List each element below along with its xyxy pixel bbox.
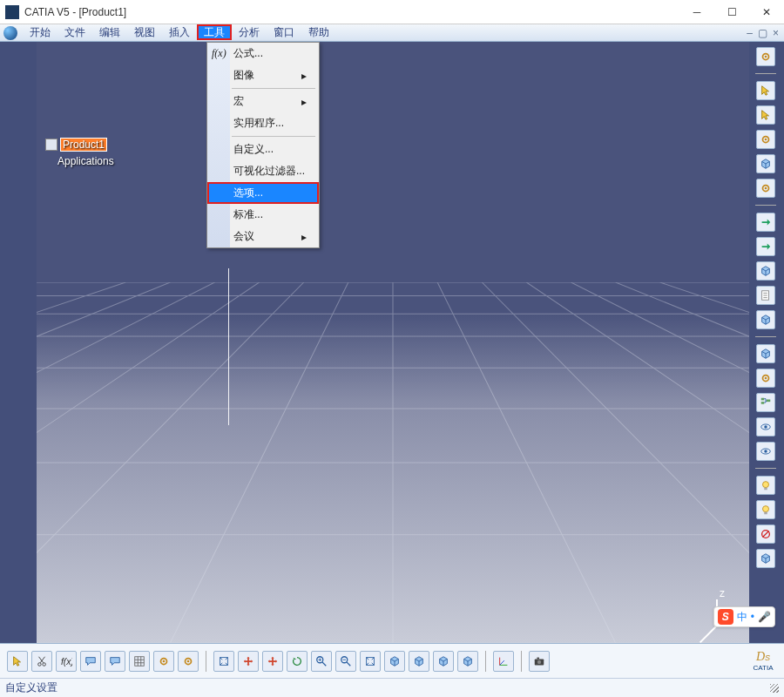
axis-z-label: z <box>720 587 725 599</box>
menu-item-可视化过滤器[interactable]: 可视化过滤器... <box>207 160 319 182</box>
bottom-camera-button[interactable] <box>529 651 550 672</box>
svg-line-98 <box>500 660 504 665</box>
ime-dot-icon: • <box>751 611 754 623</box>
bottom-toolbar: f(x)DSCATIA <box>0 643 784 678</box>
menu-开始[interactable]: 开始 <box>23 24 57 40</box>
bottom-fit-button[interactable] <box>213 651 234 672</box>
bottom-grid-button[interactable] <box>129 651 150 672</box>
bottom-cube-button[interactable] <box>384 651 405 672</box>
tree-child-row[interactable]: Applications <box>57 155 114 167</box>
menu-帮助[interactable]: 帮助 <box>301 24 336 40</box>
ime-logo-icon: S <box>718 609 733 625</box>
bottom-zoomout-button[interactable] <box>335 651 356 672</box>
right-toolbar-gear-3[interactable] <box>756 130 775 149</box>
svg-rect-101 <box>537 657 539 659</box>
axis-indicator[interactable]: z <box>720 587 725 599</box>
bottom-cube-button[interactable] <box>409 651 429 672</box>
right-toolbar-cube-19[interactable] <box>756 549 775 568</box>
bottom-fx-button[interactable]: f(x) <box>56 651 77 672</box>
bottom-chat-button[interactable] <box>80 651 101 672</box>
menu-工具[interactable]: 工具 <box>197 24 232 40</box>
menu-bar: 开始文件编辑视图插入工具分析窗口帮助 – ▢ × <box>0 24 784 42</box>
svg-rect-68 <box>764 488 767 491</box>
right-toolbar-eye-15[interactable] <box>756 442 775 461</box>
mdi-minimize-button[interactable]: – <box>747 27 753 39</box>
menu-文件[interactable]: 文件 <box>57 24 92 40</box>
bottom-cut-button[interactable] <box>31 651 52 672</box>
maximize-button[interactable]: ☐ <box>714 0 749 24</box>
mdi-restore-button[interactable]: ▢ <box>758 27 767 39</box>
ime-mic-icon[interactable]: 🎤 <box>758 611 771 623</box>
svg-rect-62 <box>767 400 770 403</box>
spec-tree[interactable]: Product1 Applications <box>45 138 114 171</box>
svg-rect-70 <box>764 512 767 515</box>
right-toolbar-tree-13[interactable] <box>756 393 775 412</box>
svg-point-100 <box>537 660 541 663</box>
right-toolbar-cursor-2[interactable] <box>756 105 775 125</box>
svg-line-72 <box>763 531 769 538</box>
bottom-chat-button[interactable] <box>105 651 125 672</box>
window-title: CATIA V5 - [Product1] <box>24 6 679 18</box>
bottom-gear-button[interactable] <box>153 651 174 672</box>
right-toolbar-cube-11[interactable] <box>756 344 775 363</box>
tree-root-label[interactable]: Product1 <box>60 138 107 152</box>
svg-point-86 <box>187 660 190 662</box>
right-toolbar-gear-12[interactable] <box>756 369 775 388</box>
viewport-3d[interactable]: Product1 Applications z <box>37 42 749 643</box>
ime-badge[interactable]: S 中 • 🎤 <box>713 606 775 627</box>
close-button[interactable]: ✕ <box>749 0 784 24</box>
right-toolbar-cube-4[interactable] <box>756 154 775 173</box>
catia-logo: DSCATIA <box>749 651 777 672</box>
bottom-pan-button[interactable] <box>262 651 283 672</box>
menu-separator <box>232 136 315 137</box>
right-toolbar-eye-14[interactable] <box>756 417 775 436</box>
menu-视图[interactable]: 视图 <box>127 24 162 40</box>
bottom-zoomin-button[interactable] <box>311 651 332 672</box>
bottom-rotate-button[interactable] <box>287 651 308 672</box>
right-toolbar-gear-5[interactable] <box>756 179 775 198</box>
bottom-gear-button[interactable] <box>178 651 199 672</box>
menu-item-选项[interactable]: 选项... <box>207 182 319 204</box>
app-icon <box>5 5 19 19</box>
bottom-pan-button[interactable] <box>238 651 259 672</box>
bottom-cube-button[interactable] <box>457 651 478 672</box>
resize-grip-icon[interactable] <box>770 684 779 693</box>
right-toolbar-bulb-16[interactable] <box>756 476 775 495</box>
menu-item-标准[interactable]: 标准... <box>207 204 319 226</box>
menu-item-会议[interactable]: 会议▸ <box>207 226 319 247</box>
right-toolbar-cursor-1[interactable] <box>756 81 775 100</box>
right-toolbar-cube-10[interactable] <box>756 310 775 329</box>
bottom-fit-button[interactable] <box>360 651 381 672</box>
right-toolbar-arrow-r-7[interactable] <box>756 237 775 256</box>
minimize-button[interactable]: ─ <box>679 0 714 24</box>
right-toolbar-bulb-17[interactable] <box>756 500 775 519</box>
tools-dropdown-menu: f(x)公式...图像▸宏▸实用程序...自定义...可视化过滤器...选项..… <box>206 42 320 248</box>
submenu-arrow-icon: ▸ <box>301 231 307 243</box>
menu-item-自定义[interactable]: 自定义... <box>207 139 319 160</box>
menu-item-宏[interactable]: 宏▸ <box>207 91 319 112</box>
svg-point-51 <box>765 139 767 141</box>
right-toolbar-no-18[interactable] <box>756 524 775 544</box>
right-toolbar-arrow-r-6[interactable] <box>756 213 775 232</box>
formula-icon: f(x) <box>212 47 226 60</box>
menu-编辑[interactable]: 编辑 <box>92 24 127 40</box>
svg-point-67 <box>763 482 769 488</box>
bottom-axis-button[interactable] <box>493 651 514 672</box>
status-text: 自定义设置 <box>5 680 57 695</box>
right-toolbar-gear-0[interactable] <box>756 47 775 66</box>
menu-item-图像[interactable]: 图像▸ <box>207 64 319 86</box>
right-toolbar-page-9[interactable] <box>756 286 775 305</box>
svg-point-73 <box>38 662 42 666</box>
mdi-close-button[interactable]: × <box>773 27 779 39</box>
bottom-cursor-button[interactable] <box>7 651 28 672</box>
svg-line-89 <box>322 661 326 665</box>
tree-root-row[interactable]: Product1 <box>45 138 114 152</box>
menu-item-实用程序[interactable]: 实用程序... <box>207 112 319 134</box>
menu-item-公式[interactable]: f(x)公式... <box>207 43 319 64</box>
right-toolbar-cube-8[interactable] <box>756 261 775 281</box>
menu-分析[interactable]: 分析 <box>232 24 267 40</box>
bottom-cube-button[interactable] <box>433 651 454 672</box>
menu-插入[interactable]: 插入 <box>162 24 197 40</box>
menu-窗口[interactable]: 窗口 <box>267 24 301 40</box>
submenu-arrow-icon: ▸ <box>301 96 307 108</box>
